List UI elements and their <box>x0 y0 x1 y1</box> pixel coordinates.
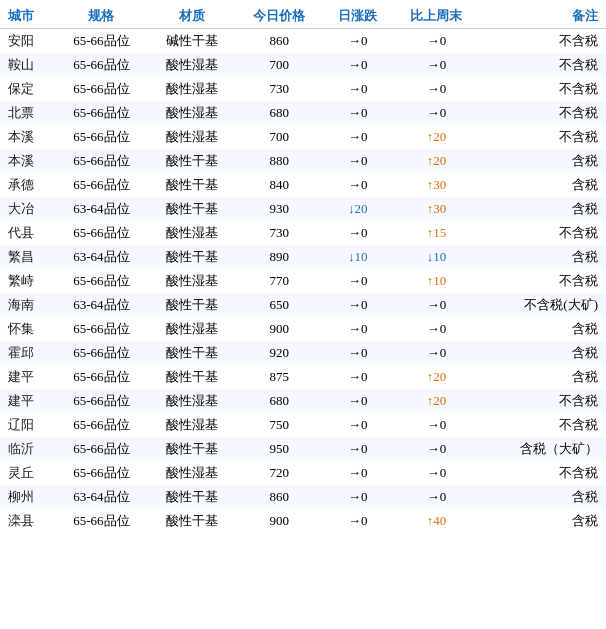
cell-note: 不含税 <box>480 125 606 149</box>
cell-weekly-change: ↑15 <box>393 221 480 245</box>
table-row: 繁峙 65-66品位 酸性湿基 770 →0 ↑10 不含税 <box>0 269 606 293</box>
cell-daily-change: →0 <box>323 125 393 149</box>
cell-price: 750 <box>236 413 323 437</box>
cell-city: 灵丘 <box>0 461 55 485</box>
cell-daily-change: →0 <box>323 389 393 413</box>
cell-price: 880 <box>236 149 323 173</box>
cell-daily-change: →0 <box>323 437 393 461</box>
cell-daily-change: →0 <box>323 77 393 101</box>
cell-material: 酸性干基 <box>148 509 235 533</box>
cell-weekly-change: →0 <box>393 341 480 365</box>
cell-spec: 63-64品位 <box>55 293 148 317</box>
cell-price: 840 <box>236 173 323 197</box>
cell-spec: 65-66品位 <box>55 53 148 77</box>
cell-spec: 65-66品位 <box>55 149 148 173</box>
cell-note: 不含税 <box>480 461 606 485</box>
cell-spec: 65-66品位 <box>55 413 148 437</box>
cell-price: 680 <box>236 389 323 413</box>
cell-material: 酸性干基 <box>148 197 235 221</box>
cell-daily-change: →0 <box>323 485 393 509</box>
cell-material: 酸性湿基 <box>148 317 235 341</box>
table-row: 代县 65-66品位 酸性湿基 730 →0 ↑15 不含税 <box>0 221 606 245</box>
cell-city: 北票 <box>0 101 55 125</box>
cell-weekly-change: ↑20 <box>393 389 480 413</box>
cell-material: 酸性干基 <box>148 293 235 317</box>
header-material: 材质 <box>148 4 235 29</box>
cell-city: 建平 <box>0 365 55 389</box>
cell-material: 酸性干基 <box>148 149 235 173</box>
price-table: 城市 规格 材质 今日价格 日涨跌 比上周末 备注 安阳 65-66品位 碱性干… <box>0 4 606 533</box>
price-table-container: 城市 规格 材质 今日价格 日涨跌 比上周末 备注 安阳 65-66品位 碱性干… <box>0 0 606 537</box>
cell-note: 含税 <box>480 365 606 389</box>
cell-material: 酸性湿基 <box>148 77 235 101</box>
cell-note: 不含税 <box>480 221 606 245</box>
cell-price: 920 <box>236 341 323 365</box>
cell-note: 含税（大矿） <box>480 437 606 461</box>
cell-daily-change: →0 <box>323 365 393 389</box>
cell-material: 酸性干基 <box>148 485 235 509</box>
cell-city: 保定 <box>0 77 55 101</box>
cell-spec: 63-64品位 <box>55 197 148 221</box>
cell-daily-change: →0 <box>323 509 393 533</box>
cell-city: 本溪 <box>0 125 55 149</box>
cell-spec: 65-66品位 <box>55 389 148 413</box>
table-row: 保定 65-66品位 酸性湿基 730 →0 →0 不含税 <box>0 77 606 101</box>
cell-weekly-change: →0 <box>393 293 480 317</box>
cell-material: 酸性干基 <box>148 365 235 389</box>
cell-daily-change: →0 <box>323 53 393 77</box>
cell-daily-change: →0 <box>323 221 393 245</box>
cell-city: 辽阳 <box>0 413 55 437</box>
cell-price: 930 <box>236 197 323 221</box>
cell-material: 酸性湿基 <box>148 461 235 485</box>
cell-note: 不含税 <box>480 53 606 77</box>
table-row: 滦县 65-66品位 酸性干基 900 →0 ↑40 含税 <box>0 509 606 533</box>
cell-city: 鞍山 <box>0 53 55 77</box>
table-row: 本溪 65-66品位 酸性湿基 700 →0 ↑20 不含税 <box>0 125 606 149</box>
cell-weekly-change: →0 <box>393 101 480 125</box>
cell-weekly-change: ↑20 <box>393 365 480 389</box>
cell-note: 不含税 <box>480 389 606 413</box>
cell-price: 950 <box>236 437 323 461</box>
cell-city: 柳州 <box>0 485 55 509</box>
cell-weekly-change: ↑30 <box>393 197 480 221</box>
table-row: 繁昌 63-64品位 酸性干基 890 ↓10 ↓10 含税 <box>0 245 606 269</box>
cell-weekly-change: →0 <box>393 461 480 485</box>
cell-spec: 65-66品位 <box>55 509 148 533</box>
cell-spec: 65-66品位 <box>55 221 148 245</box>
cell-daily-change: ↓10 <box>323 245 393 269</box>
cell-spec: 65-66品位 <box>55 365 148 389</box>
cell-price: 900 <box>236 317 323 341</box>
cell-weekly-change: ↑20 <box>393 149 480 173</box>
cell-material: 酸性干基 <box>148 173 235 197</box>
cell-note: 含税 <box>480 341 606 365</box>
cell-note: 含税 <box>480 173 606 197</box>
cell-daily-change: →0 <box>323 413 393 437</box>
table-row: 怀集 65-66品位 酸性湿基 900 →0 →0 含税 <box>0 317 606 341</box>
table-row: 霍邱 65-66品位 酸性干基 920 →0 →0 含税 <box>0 341 606 365</box>
cell-note: 不含税 <box>480 77 606 101</box>
cell-material: 碱性干基 <box>148 29 235 54</box>
cell-daily-change: →0 <box>323 341 393 365</box>
cell-price: 700 <box>236 53 323 77</box>
table-row: 安阳 65-66品位 碱性干基 860 →0 →0 不含税 <box>0 29 606 54</box>
cell-city: 海南 <box>0 293 55 317</box>
cell-city: 临沂 <box>0 437 55 461</box>
cell-material: 酸性湿基 <box>148 269 235 293</box>
cell-spec: 65-66品位 <box>55 269 148 293</box>
table-row: 灵丘 65-66品位 酸性湿基 720 →0 →0 不含税 <box>0 461 606 485</box>
cell-weekly-change: →0 <box>393 77 480 101</box>
cell-weekly-change: ↑30 <box>393 173 480 197</box>
header-weekly-change: 比上周末 <box>393 4 480 29</box>
cell-spec: 65-66品位 <box>55 341 148 365</box>
header-daily-change: 日涨跌 <box>323 4 393 29</box>
cell-daily-change: →0 <box>323 149 393 173</box>
cell-price: 770 <box>236 269 323 293</box>
cell-note: 不含税 <box>480 269 606 293</box>
cell-city: 建平 <box>0 389 55 413</box>
cell-material: 酸性湿基 <box>148 413 235 437</box>
cell-city: 本溪 <box>0 149 55 173</box>
table-row: 临沂 65-66品位 酸性干基 950 →0 →0 含税（大矿） <box>0 437 606 461</box>
cell-note: 含税 <box>480 485 606 509</box>
cell-price: 875 <box>236 365 323 389</box>
cell-city: 繁峙 <box>0 269 55 293</box>
